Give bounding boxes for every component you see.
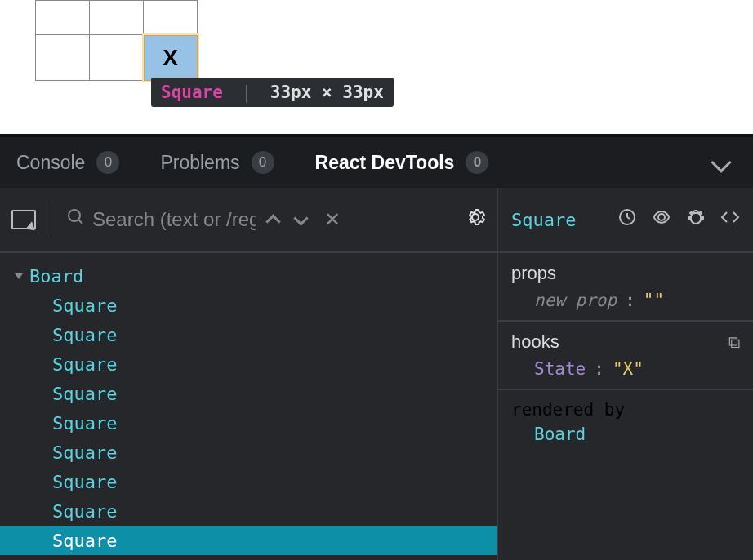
caret-down-icon [15,273,23,279]
tree-node[interactable]: Square [0,496,497,526]
hook-key: State [534,359,586,379]
view-source-icon[interactable] [720,207,740,232]
toolbar-left: ✕ [0,188,498,251]
square-cell[interactable] [144,1,198,35]
tree-node-label: Square [52,531,117,551]
tree-node[interactable]: Square [0,379,497,408]
tree-node-label: Board [29,266,83,287]
tree-node-label: Square [52,296,117,316]
devtools-tab-strip: Console 0 Problems 0 React DevTools 0 [0,137,753,188]
tree-node[interactable]: Square [0,467,497,496]
tree-node-label: Square [52,384,117,404]
app-viewport: X Square | 33px × 33px [0,0,753,134]
props-section: props new prop : "" [498,253,753,322]
tab-label: Console [16,152,85,174]
tab-react-devtools[interactable]: React DevTools 0 [315,151,489,174]
search-prev-button[interactable] [262,209,283,230]
tree-node-label: Square [52,442,117,463]
chevron-down-icon[interactable] [711,152,731,172]
props-title: props [511,263,740,284]
hook-state-row[interactable]: State: "X" [511,359,740,379]
rendered-by-link[interactable]: Board [511,424,740,444]
devtools-panel: Console 0 Problems 0 React DevTools 0 ✕ [0,134,753,560]
tree-node[interactable]: Square [0,349,497,379]
tree-node[interactable]: Square [0,320,497,349]
tree-node-label: Square [52,413,117,433]
rendered-by-section: rendered by Board [498,390,753,454]
hooks-expand-icon[interactable]: ⧉ [728,333,740,352]
tree-node[interactable]: Square [0,438,497,467]
square-cell[interactable] [36,1,90,35]
component-tree[interactable]: Board SquareSquareSquareSquareSquareSqua… [0,253,498,560]
rendered-by-title: rendered by [511,400,740,420]
svg-line-1 [78,220,82,224]
square-cell[interactable] [90,1,144,35]
hooks-title: hooks [511,331,559,353]
search-clear-button[interactable]: ✕ [318,208,347,231]
tab-badge: 0 [252,151,274,174]
square-cell[interactable] [90,35,144,81]
hooks-section: hooks ⧉ State: "X" [498,322,753,390]
toolbar-right: Square [498,188,753,251]
tree-node[interactable]: Square [0,291,497,320]
tictactoe-board: X [35,0,198,82]
tab-badge: 0 [96,151,119,174]
search-next-button[interactable] [290,209,311,230]
tab-label: React DevTools [315,152,455,174]
square-cell-highlighted[interactable]: X [144,35,198,81]
react-toolbar: ✕ Square [0,188,753,253]
tab-badge: 0 [466,151,488,174]
prop-key: new prop [534,291,617,310]
search-input[interactable] [92,208,256,231]
hook-value: "X" [613,359,644,379]
component-side-panel: props new prop : "" hooks ⧉ State: "X" r [498,253,753,560]
tree-node-label: Square [52,472,117,492]
inspect-tooltip: Square | 33px × 33px [151,78,394,107]
tree-node[interactable]: Square [0,526,497,555]
bug-icon[interactable] [686,207,706,232]
settings-button[interactable] [466,207,485,233]
inspect-dom-icon[interactable] [652,207,671,232]
tree-node-label: Square [52,501,117,522]
tree-node-label: Square [52,325,117,345]
search-icon [66,207,86,232]
tree-root[interactable]: Board [0,261,497,291]
element-picker-icon[interactable] [11,210,36,229]
props-new-row[interactable]: new prop : "" [511,291,740,310]
tooltip-dimensions: 33px × 33px [270,82,384,102]
selected-component-name: Square [511,210,576,230]
svg-point-0 [69,210,80,221]
prop-value: "" [644,291,664,310]
tab-console[interactable]: Console 0 [16,151,119,174]
svg-line-4 [627,217,630,219]
tree-node[interactable]: Square [0,408,497,438]
tooltip-component-name: Square [161,82,223,102]
square-cell[interactable] [36,35,90,81]
tree-node-label: Square [52,354,117,375]
tab-problems[interactable]: Problems 0 [160,151,274,174]
suspense-icon[interactable] [617,207,637,232]
tab-label: Problems [160,152,239,174]
